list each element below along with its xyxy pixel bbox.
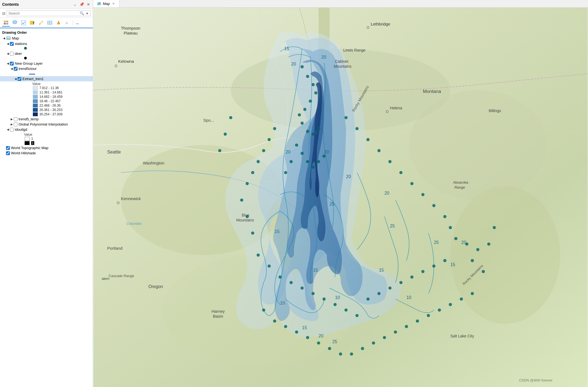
svg-point-73 <box>246 182 249 185</box>
layer-map[interactable]: ◀ Map <box>0 35 93 41</box>
svg-point-115 <box>482 270 485 273</box>
trend5ctour-checkbox[interactable] <box>14 67 18 71</box>
svg-point-49 <box>301 66 304 68</box>
extract-tren1-checkbox[interactable] <box>18 77 21 81</box>
svg-point-69 <box>268 138 270 141</box>
layer-trend5-temp[interactable]: ▶ trend5_temp <box>0 116 93 122</box>
table-icon <box>47 20 53 25</box>
svg-point-85 <box>433 204 435 207</box>
trend5-temp-label: trend5_temp <box>19 117 39 121</box>
stations-symbol-row <box>0 46 93 51</box>
map-tabs: 🗺️ Map ✕ <box>93 0 588 8</box>
sketch-button[interactable] <box>37 19 45 26</box>
idoutlgd-swatch-2 <box>25 141 30 145</box>
svg-text:Mountains: Mountains <box>236 218 254 222</box>
deer-symbol-circle <box>24 57 27 59</box>
svg-point-79 <box>367 138 369 141</box>
map-layer-label: Map <box>12 36 19 40</box>
layer-idoutlgd[interactable]: ◀ idoutlgd <box>0 127 93 132</box>
search-dropdown-button[interactable]: ▼ <box>86 12 89 15</box>
svg-text:25: 25 <box>332 339 337 344</box>
list-drawing-order-button[interactable] <box>2 19 10 27</box>
svg-point-124 <box>350 353 353 355</box>
idoutlgd-checkbox[interactable] <box>10 128 14 132</box>
labeling-button[interactable]: A <box>64 19 71 26</box>
svg-point-83 <box>411 182 413 185</box>
svg-point-89 <box>268 265 270 268</box>
layer-deer[interactable]: ◀ deer <box>0 51 93 56</box>
close-icon[interactable]: ✕ <box>86 2 91 7</box>
svg-point-82 <box>400 171 402 174</box>
world-hillshade-checkbox[interactable] <box>6 151 10 155</box>
layer-world-hillshade[interactable]: World Hillshade <box>0 150 93 156</box>
map-tab[interactable]: 🗺️ Map ✕ <box>93 0 120 7</box>
svg-point-95 <box>334 303 336 306</box>
svg-point-132 <box>438 309 441 311</box>
legend-label-3: 14.682 - 18.459 <box>39 95 62 99</box>
list-data-source-button[interactable] <box>11 19 19 26</box>
map-tab-close-button[interactable]: ✕ <box>111 2 116 6</box>
svg-point-88 <box>257 254 260 257</box>
sketch-icon <box>38 20 44 25</box>
svg-text:20: 20 <box>346 174 351 179</box>
more-options-button[interactable]: ... <box>75 20 80 26</box>
map-expand-arrow[interactable]: ◀ <box>2 37 6 40</box>
list-selection-button[interactable] <box>20 19 27 26</box>
svg-point-80 <box>377 149 380 152</box>
layer-new-group[interactable]: ◀ New Group Layer <box>0 61 93 66</box>
svg-point-112 <box>488 243 490 245</box>
table-button[interactable] <box>46 19 54 26</box>
deer-expand-arrow[interactable]: ◀ <box>6 52 10 55</box>
idoutlgd-expand-arrow[interactable]: ◀ <box>6 128 10 131</box>
new-group-checkbox[interactable] <box>10 62 14 66</box>
svg-point-62 <box>306 160 309 163</box>
svg-text:Montana: Montana <box>423 89 441 94</box>
svg-point-67 <box>284 171 287 174</box>
stations-checkbox[interactable] <box>10 42 14 46</box>
svg-point-133 <box>449 303 452 306</box>
global-poly-expand-arrow[interactable]: ▶ <box>10 123 14 126</box>
add-data-button[interactable] <box>28 19 36 26</box>
trend5ctour-expand-arrow[interactable]: ◀ <box>10 67 14 70</box>
svg-text:20: 20 <box>321 55 326 59</box>
svg-text:Portland: Portland <box>107 246 123 251</box>
svg-text:Harney: Harney <box>212 309 225 314</box>
svg-point-116 <box>262 309 265 311</box>
panel-header: Contents ⌄ 📌 ✕ <box>0 0 93 9</box>
svg-rect-14 <box>48 21 52 24</box>
svg-point-94 <box>323 298 325 300</box>
svg-point-134 <box>460 298 463 300</box>
layer-world-topo[interactable]: World Topographic Map <box>0 145 93 150</box>
trend5-temp-expand-arrow[interactable]: ▶ <box>10 118 14 121</box>
map-canvas[interactable]: 15 20 20 20 20 25 20 20 25 25 25 15 15 1… <box>93 8 588 387</box>
stations-expand-arrow[interactable]: ◀ <box>6 42 10 45</box>
trend5-temp-checkbox[interactable] <box>14 117 18 121</box>
symbology-button[interactable] <box>55 19 62 26</box>
list-drawing-order-icon <box>3 20 9 25</box>
search-input[interactable] <box>8 11 78 15</box>
svg-text:Billings: Billings <box>489 109 501 113</box>
svg-text:15: 15 <box>302 325 307 330</box>
legend-row-5: 22.468 - 26.36 <box>0 103 93 108</box>
collapse-icon[interactable]: ⌄ <box>73 2 77 7</box>
layer-global-polynomial[interactable]: ▶ Global Polynomial Interpolation <box>0 122 93 127</box>
new-group-expand-arrow[interactable]: ◀ <box>6 62 10 65</box>
svg-point-117 <box>273 320 276 322</box>
idoutlgd-legend-row-2: 1 <box>0 141 93 145</box>
svg-point-55 <box>298 113 301 116</box>
map-tab-label: Map <box>103 2 110 6</box>
svg-point-103 <box>422 270 424 273</box>
deer-checkbox[interactable] <box>10 52 14 56</box>
pin-icon[interactable]: 📌 <box>79 2 85 7</box>
world-topo-checkbox[interactable] <box>6 146 10 150</box>
global-poly-checkbox[interactable] <box>14 123 18 126</box>
layer-trend5ctour[interactable]: ◀ trend5ctour <box>0 66 93 71</box>
layer-stations[interactable]: ◀ stations <box>0 41 93 46</box>
svg-text:20: 20 <box>384 190 389 195</box>
search-button[interactable]: 🔍 <box>79 11 85 15</box>
svg-point-118 <box>284 325 287 328</box>
contents-toolbar: A ... <box>0 18 93 28</box>
layer-extract-tren1[interactable]: ◀ Extract_tren1 <box>0 76 93 81</box>
extract-tren1-expand-arrow[interactable]: ◀ <box>14 77 18 80</box>
search-input-wrap: 🔍 ▼ <box>7 10 91 16</box>
